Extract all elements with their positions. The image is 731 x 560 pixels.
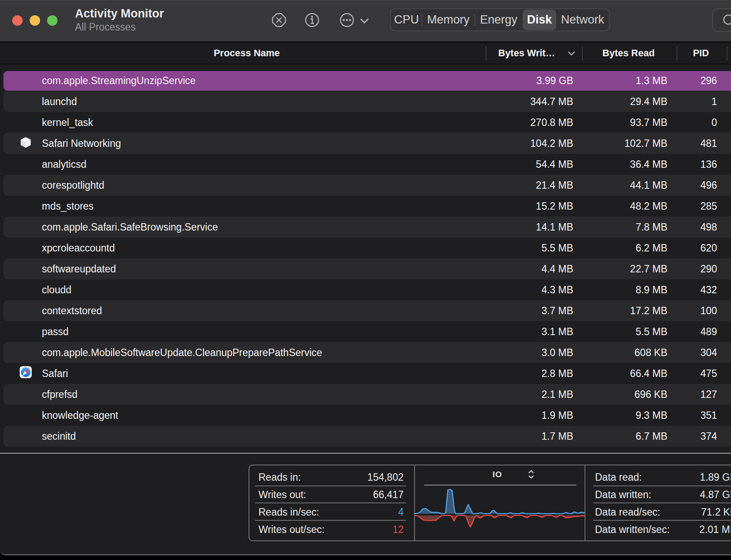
- process-row[interactable]: com.apple.MobileSoftwareUpdate.CleanupPr…: [3, 342, 731, 363]
- process-row[interactable]: secinitd1.7 MB6.7 MB374: [3, 426, 731, 447]
- view-segmented-control: CPUMemoryEnergyDiskNetwork: [390, 8, 610, 31]
- process-icon: [19, 136, 35, 151]
- process-name: mds_stores: [42, 196, 94, 217]
- zoom-window-button[interactable]: [47, 15, 58, 26]
- stat-label: Reads in/sec:: [258, 506, 319, 518]
- stat-value: 4: [398, 506, 404, 518]
- process-row[interactable]: launchd344.7 MB29.4 MB1: [3, 91, 731, 112]
- process-row[interactable]: knowledge-agent1.9 MB9.3 MB351: [3, 405, 731, 426]
- pid-value: 285: [700, 196, 717, 217]
- column-separator: [486, 47, 486, 61]
- bytes-written-value: 21.4 MB: [536, 175, 573, 196]
- white-cube-icon: [19, 136, 32, 149]
- process-row[interactable]: Safari2.8 MB66.4 MB475: [3, 363, 731, 384]
- process-icon: [19, 366, 35, 381]
- bytes-read-value: 8.9 MB: [636, 279, 667, 300]
- more-options-disclosure[interactable]: [360, 18, 369, 24]
- stat-value: 66,417: [373, 489, 404, 501]
- tab-label: Network: [561, 13, 604, 27]
- pid-value: 498: [700, 217, 717, 238]
- column-separator: [582, 47, 583, 61]
- tab-cpu[interactable]: CPU: [391, 9, 422, 31]
- quit-process-button[interactable]: [272, 13, 286, 27]
- search-field[interactable]: [712, 8, 731, 32]
- bytes-written-value: 4.3 MB: [541, 279, 573, 300]
- tab-energy[interactable]: Energy: [475, 9, 523, 31]
- process-row[interactable]: xpcroleaccountd5.5 MB6.2 MB620: [3, 238, 731, 258]
- bytes-written-value: 2.8 MB: [541, 363, 573, 384]
- process-row[interactable]: kernel_task270.8 MB93.7 MB0: [3, 112, 731, 133]
- process-name: xpcroleaccountd: [42, 238, 115, 258]
- segment-divider: [422, 14, 422, 26]
- column-header-process-name[interactable]: Process Name: [214, 43, 280, 64]
- pid-value: 127: [700, 384, 717, 405]
- window-title: Activity Monitor: [75, 7, 164, 20]
- ellipsis-circle-icon: [340, 14, 354, 27]
- bytes-read-value: 22.7 MB: [630, 258, 667, 279]
- process-name: Safari: [42, 363, 68, 384]
- column-header-pid[interactable]: PID: [693, 43, 709, 64]
- bytes-read-value: 696 KB: [635, 384, 667, 405]
- process-row[interactable]: com.apple.Safari.SafeBrowsing.Service14.…: [3, 217, 731, 238]
- bytes-written-value: 344.7 MB: [530, 91, 573, 112]
- sort-descending-chevron-icon: [568, 51, 575, 56]
- disk-stats-panel: Reads in:154,802Writes out:66,417Reads i…: [248, 465, 731, 541]
- stat-row: Data written:4.87 GB: [595, 486, 731, 503]
- inspect-process-button[interactable]: [305, 13, 320, 27]
- column-header-bytes-written[interactable]: Bytes Writ…: [498, 43, 555, 64]
- close-window-button[interactable]: [12, 15, 23, 26]
- pid-value: 136: [700, 154, 717, 175]
- pid-value: 620: [700, 238, 717, 258]
- process-row[interactable]: mds_stores15.2 MB48.2 MB285: [3, 196, 731, 217]
- pid-value: 496: [700, 175, 717, 196]
- bytes-read-value: 48.2 MB: [630, 196, 667, 217]
- stat-row: Writes out/sec:12: [258, 521, 404, 538]
- stat-row: Data read:1.89 GB: [595, 468, 731, 486]
- bytes-read-value: 5.5 MB: [636, 321, 667, 342]
- process-row[interactable]: corespotlightd21.4 MB44.1 MB496: [3, 175, 731, 196]
- pid-value: 475: [700, 363, 717, 384]
- process-row[interactable]: cfprefsd2.1 MB696 KB127: [3, 384, 731, 405]
- bytes-read-value: 102.7 MB: [625, 133, 667, 154]
- process-row[interactable]: passd3.1 MB5.5 MB489: [3, 321, 731, 342]
- process-name: com.apple.StreamingUnzipService: [42, 71, 196, 91]
- stat-value: 1.89 GB: [700, 472, 731, 483]
- bytes-read-value: 93.7 MB: [630, 112, 667, 133]
- bytes-written-value: 3.1 MB: [541, 321, 573, 342]
- tab-disk[interactable]: Disk: [523, 10, 556, 30]
- stat-value: 2.01 MB: [699, 524, 731, 536]
- bytes-written-value: 3.0 MB: [541, 342, 573, 363]
- title-block: Activity Monitor All Processes: [75, 7, 164, 34]
- tab-label: CPU: [394, 13, 419, 27]
- bytes-written-value: 270.8 MB: [530, 112, 573, 133]
- process-row[interactable]: softwareupdated4.4 MB22.7 MB290: [3, 258, 731, 279]
- process-row[interactable]: analyticsd54.4 MB36.4 MB136: [3, 154, 731, 175]
- search-icon: [719, 10, 731, 31]
- table-header: Process Name Bytes Writ… Bytes Read PID: [0, 41, 731, 64]
- tab-memory[interactable]: Memory: [422, 9, 475, 31]
- process-row[interactable]: contextstored3.7 MB17.2 MB100: [3, 300, 731, 321]
- info-circle-icon: [306, 14, 319, 27]
- footer-stats-area: Reads in:154,802Writes out:66,417Reads i…: [0, 454, 731, 554]
- minimize-window-button[interactable]: [30, 15, 40, 26]
- chevron-down-icon: [569, 52, 575, 55]
- process-row[interactable]: com.apple.StreamingUnzipService3.99 GB1.…: [3, 71, 731, 91]
- process-row[interactable]: cloudd4.3 MB8.9 MB432: [3, 279, 731, 300]
- pid-value: 374: [700, 426, 717, 447]
- stat-row: Data written/sec:2.01 MB: [595, 521, 731, 538]
- pid-value: 304: [700, 342, 717, 363]
- window-body: Activity Monitor All Processes: [0, 0, 731, 555]
- process-name: cloudd: [42, 279, 71, 300]
- bytes-read-value: 9.3 MB: [636, 405, 667, 426]
- column-header-bytes-read[interactable]: Bytes Read: [602, 43, 655, 64]
- more-options-button[interactable]: [340, 13, 354, 27]
- tab-network[interactable]: Network: [556, 9, 609, 31]
- safari-icon: [19, 366, 32, 379]
- process-name: knowledge-agent: [42, 405, 118, 426]
- bytes-read-value: 7.8 MB: [636, 217, 667, 238]
- stat-row: Reads in:154,802: [258, 468, 404, 486]
- bytes-written-value: 3.7 MB: [541, 300, 573, 321]
- stat-row: Writes out:66,417: [258, 486, 404, 503]
- process-row[interactable]: Safari Networking104.2 MB102.7 MB481: [3, 133, 731, 154]
- stat-value: 154,802: [367, 472, 404, 483]
